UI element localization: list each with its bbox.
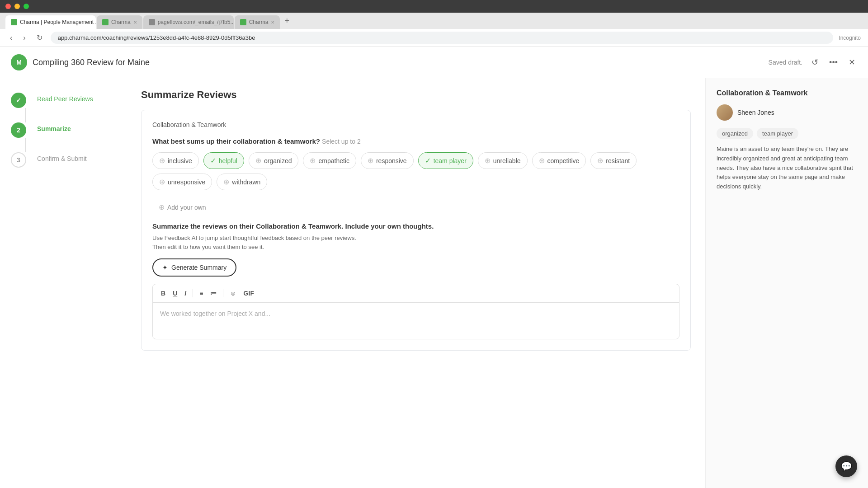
tag-chip-team-player[interactable]: ✓team player bbox=[418, 152, 473, 169]
tab-favicon-2 bbox=[102, 19, 108, 25]
tag-label-withdrawn: withdrawn bbox=[232, 178, 260, 186]
add-own-button[interactable]: ⊕ Add your own bbox=[152, 199, 212, 215]
underline-button[interactable]: U bbox=[170, 288, 180, 299]
tags-container: ⊕inclusive✓helpful⊕organized⊕empathetic⊕… bbox=[152, 152, 679, 190]
plus-icon: ⊕ bbox=[159, 156, 165, 165]
forward-button[interactable]: › bbox=[20, 33, 28, 43]
plus-icon: ⊕ bbox=[223, 178, 229, 186]
tag-chip-organized[interactable]: ⊕organized bbox=[249, 152, 299, 169]
plus-icon: ⊕ bbox=[368, 156, 373, 165]
plus-icon: ⊕ bbox=[310, 156, 316, 165]
browser-tab-1[interactable]: Charma | People Management ... ✕ bbox=[5, 15, 96, 29]
tab-favicon-4 bbox=[240, 19, 246, 25]
summarize-reviews-title: Summarize Reviews bbox=[141, 89, 691, 101]
add-icon: ⊕ bbox=[159, 203, 165, 211]
review-card: Collaboration & Teamwork What best sums … bbox=[141, 110, 691, 351]
saved-status: Saved draft. bbox=[769, 59, 803, 66]
toolbar-sep-2 bbox=[223, 289, 223, 297]
tag-chip-competitive[interactable]: ⊕competitive bbox=[532, 152, 586, 169]
tag-chip-resistant[interactable]: ⊕resistant bbox=[590, 152, 637, 169]
summary-label: Summarize the reviews on their Collabora… bbox=[152, 222, 679, 230]
maximize-window-btn[interactable] bbox=[24, 4, 29, 9]
generate-icon: ✦ bbox=[162, 264, 168, 271]
editor-input[interactable]: We worked together on Project X and... bbox=[153, 303, 679, 339]
step-circle-3: 3 bbox=[11, 152, 26, 168]
plus-icon: ⊕ bbox=[539, 156, 545, 165]
history-button[interactable]: ↺ bbox=[810, 56, 820, 69]
tag-label-empathetic: empathetic bbox=[318, 157, 349, 164]
tag-label-unresponsive: unresponsive bbox=[168, 178, 205, 186]
reviewer-avatar bbox=[717, 104, 733, 121]
tag-chip-withdrawn[interactable]: ⊕withdrawn bbox=[217, 174, 267, 190]
main-layout: ✓ Read Peer Reviews 2 Summarize 3 Confir… bbox=[0, 78, 868, 488]
right-panel: Collaboration & Teamwork Sheen Jones org… bbox=[705, 78, 868, 488]
step-label-2[interactable]: Summarize bbox=[37, 122, 71, 132]
header-actions: Saved draft. ↺ ••• ✕ bbox=[769, 56, 857, 69]
tag-chip-empathetic[interactable]: ⊕empathetic bbox=[303, 152, 356, 169]
bold-button[interactable]: B bbox=[158, 288, 168, 299]
plus-icon: ⊕ bbox=[597, 156, 603, 165]
close-button[interactable]: ✕ bbox=[847, 56, 857, 69]
tag-label-competitive: competitive bbox=[547, 157, 580, 164]
bullet-list-button[interactable]: ≡ bbox=[197, 288, 206, 299]
tag-chip-responsive[interactable]: ⊕responsive bbox=[361, 152, 414, 169]
address-bar[interactable] bbox=[51, 32, 834, 44]
panel-tag-team-player: team player bbox=[757, 128, 798, 139]
tag-chip-unresponsive[interactable]: ⊕unresponsive bbox=[152, 174, 212, 190]
step-item-2: 2 Summarize bbox=[11, 122, 116, 152]
panel-tags: organizedteam player bbox=[717, 128, 857, 139]
tag-label-responsive: responsive bbox=[376, 157, 407, 164]
step-label-1[interactable]: Read Peer Reviews bbox=[37, 93, 93, 103]
browser-addressbar: ‹ › ↻ Incognito bbox=[0, 29, 868, 47]
new-tab-button[interactable]: + bbox=[281, 16, 293, 26]
toolbar-sep-1 bbox=[193, 289, 193, 297]
tab-label-2: Charma bbox=[111, 19, 131, 25]
panel-title: Collaboration & Teamwork bbox=[717, 89, 857, 97]
step-item-3: 3 Confirm & Submit bbox=[11, 152, 116, 168]
step-item-1: ✓ Read Peer Reviews bbox=[11, 93, 116, 122]
emoji-button[interactable]: ☺ bbox=[227, 288, 239, 299]
question-text: What best sums up their collaboration & … bbox=[152, 137, 679, 145]
refresh-button[interactable]: ↻ bbox=[34, 33, 45, 43]
tab-close-2[interactable]: ✕ bbox=[133, 20, 137, 25]
panel-tag-organized: organized bbox=[717, 128, 753, 139]
minimize-window-btn[interactable] bbox=[14, 4, 20, 9]
back-button[interactable]: ‹ bbox=[7, 33, 15, 43]
more-options-button[interactable]: ••• bbox=[827, 56, 840, 69]
tab-label-1: Charma | People Management ... bbox=[20, 19, 96, 25]
panel-review-text: Maine is an asset to any team they're on… bbox=[717, 145, 857, 192]
incognito-label: Incognito bbox=[839, 35, 861, 41]
tab-close-4[interactable]: ✕ bbox=[271, 20, 274, 25]
tag-chip-helpful[interactable]: ✓helpful bbox=[203, 152, 244, 169]
tab-label-3: pageflows.com/_emails_/j7fb5... bbox=[158, 19, 234, 25]
browser-tab-2[interactable]: Charma ✕ bbox=[97, 15, 142, 29]
app-header: M Compiling 360 Review for Maine Saved d… bbox=[0, 47, 868, 78]
reviewer-name: Sheen Jones bbox=[737, 109, 774, 116]
generate-btn-label: Generate Summary bbox=[171, 264, 226, 271]
tag-chip-inclusive[interactable]: ⊕inclusive bbox=[152, 152, 199, 169]
step-connector-2 bbox=[25, 138, 26, 152]
tab-favicon-1 bbox=[11, 19, 17, 25]
tag-label-helpful: helpful bbox=[219, 157, 237, 164]
generate-summary-button[interactable]: ✦ Generate Summary bbox=[152, 258, 236, 277]
checkmark-icon: ✓ bbox=[425, 156, 431, 165]
browser-tabs: Charma | People Management ... ✕ Charma … bbox=[0, 13, 868, 29]
editor-area: B U I ≡ ≔ ☺ GIF We worked together on Pr… bbox=[152, 284, 679, 339]
sidebar: ✓ Read Peer Reviews 2 Summarize 3 Confir… bbox=[0, 78, 127, 488]
browser-tab-4[interactable]: Charma ✕ bbox=[235, 15, 280, 29]
step-label-3[interactable]: Confirm & Submit bbox=[37, 152, 87, 162]
browser-titlebar bbox=[0, 0, 868, 13]
close-window-btn[interactable] bbox=[5, 4, 11, 9]
collaboration-section-title: Collaboration & Teamwork bbox=[152, 121, 679, 128]
chat-widget[interactable]: 💬 bbox=[835, 455, 857, 477]
numbered-list-button[interactable]: ≔ bbox=[208, 288, 219, 299]
plus-icon: ⊕ bbox=[255, 156, 261, 165]
step-circle-2: 2 bbox=[11, 122, 26, 138]
italic-button[interactable]: I bbox=[182, 288, 189, 299]
gif-button[interactable]: GIF bbox=[241, 288, 257, 299]
tag-chip-unreliable[interactable]: ⊕unreliable bbox=[478, 152, 528, 169]
browser-tab-3[interactable]: pageflows.com/_emails_/j7fb5... ✕ bbox=[143, 15, 234, 29]
tag-label-resistant: resistant bbox=[606, 157, 630, 164]
ai-hint: Use Feedback AI to jump start thoughtful… bbox=[152, 234, 679, 251]
checkmark-icon: ✓ bbox=[210, 156, 216, 165]
